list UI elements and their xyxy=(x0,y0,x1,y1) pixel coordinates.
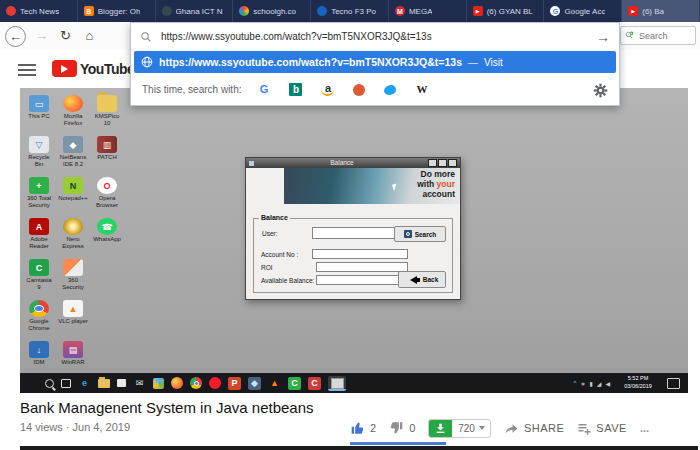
powerpoint-icon[interactable]: P xyxy=(228,377,241,390)
browser-search-bar[interactable] xyxy=(620,26,696,45)
network-icon[interactable]: ◢ xyxy=(597,380,602,387)
url-input[interactable] xyxy=(159,30,589,43)
window-title: Balance xyxy=(256,160,428,167)
twitter-icon[interactable] xyxy=(384,85,396,95)
amazon-icon[interactable]: a xyxy=(321,83,334,96)
patch-archive-icon[interactable]: ▥PATCH xyxy=(92,136,122,161)
vlc-icon[interactable]: ▲ xyxy=(268,377,281,390)
edge-icon[interactable]: e xyxy=(78,377,91,390)
share-icon xyxy=(504,422,519,435)
banner-image: Do more with your account xyxy=(284,168,460,204)
notepadpp-icon: N xyxy=(63,177,83,194)
active-app-button[interactable] xyxy=(328,376,346,391)
back-button-app[interactable]: Back xyxy=(398,271,446,288)
roi-input[interactable] xyxy=(316,262,408,272)
adobe-reader-icon[interactable]: AAdobe Reader xyxy=(24,218,54,249)
close-button[interactable] xyxy=(448,159,457,167)
available-balance-input[interactable] xyxy=(316,275,406,285)
this-pc-icon[interactable]: ▭This PC xyxy=(24,95,54,120)
opera-icon[interactable] xyxy=(209,377,221,389)
duckduckgo-icon[interactable] xyxy=(353,84,365,96)
youtube-favicon: ▶ xyxy=(473,6,483,16)
whatsapp-icon[interactable]: ☎WhatsApp xyxy=(92,218,122,243)
camtasia-icon[interactable]: C xyxy=(288,377,301,390)
wikipedia-icon[interactable]: W xyxy=(415,83,428,96)
browser-tab[interactable]: MMEGA xyxy=(389,0,467,22)
search-button-icon xyxy=(404,230,412,238)
notepadpp-icon[interactable]: NNotepad++ xyxy=(58,177,88,202)
account-no-input[interactable] xyxy=(312,249,408,259)
nero-disc-icon xyxy=(63,218,83,235)
360-total-security-icon[interactable]: +360 Total Security xyxy=(24,177,54,208)
browser-tab[interactable]: Tech News xyxy=(0,0,78,22)
like-button[interactable]: 2 xyxy=(350,421,376,435)
chrome-icon[interactable] xyxy=(190,377,202,389)
browser-tab[interactable]: Tecno F3 Po xyxy=(311,0,389,22)
recycle-bin-icon[interactable]: ▽Recycle Bin xyxy=(24,136,54,167)
vlc-icon[interactable]: ▲VLC player xyxy=(58,300,88,325)
download-button[interactable]: 720 xyxy=(428,419,491,438)
search-button[interactable]: Search xyxy=(394,226,446,242)
task-view-button[interactable] xyxy=(61,379,71,388)
tab-title: Tecno F3 Po xyxy=(331,7,376,16)
home-button[interactable]: ⌂ xyxy=(80,26,99,45)
file-explorer-icon[interactable] xyxy=(98,379,110,388)
browser-tab[interactable]: Ghana ICT N xyxy=(156,0,234,22)
dislike-button[interactable]: 0 xyxy=(389,421,415,435)
action-center-icon[interactable] xyxy=(667,378,680,389)
browser-tab[interactable]: GGoogle Acc xyxy=(544,0,622,22)
settings-gear-icon[interactable] xyxy=(593,83,608,98)
recorder-icon[interactable]: C xyxy=(308,377,321,390)
browser-search-input[interactable] xyxy=(637,30,691,42)
firefox-icon[interactable] xyxy=(171,377,183,389)
netbeans-icon[interactable]: ◆ xyxy=(248,377,261,390)
battery-icon[interactable]: ▮ xyxy=(589,380,592,387)
share-button[interactable]: SHARE xyxy=(504,422,564,435)
hidden-icons-chevron[interactable]: ^ xyxy=(574,380,577,386)
browser-tab[interactable]: BBlogger: Oh xyxy=(78,0,156,22)
opera-icon: O xyxy=(97,177,117,194)
reload-button[interactable]: ↻ xyxy=(56,26,75,45)
camtasia-icon[interactable]: CCamtasia 9 xyxy=(24,259,54,290)
photos-icon[interactable] xyxy=(153,378,164,389)
bluetooth-icon[interactable]: ∗ xyxy=(580,380,585,387)
store-icon[interactable] xyxy=(117,379,126,387)
winrar-icon[interactable]: ▤WinRAR xyxy=(58,341,88,366)
chrome-icon[interactable]: Google Chrome xyxy=(24,300,54,331)
360-shield-icon[interactable]: 360 Security xyxy=(58,259,88,290)
video-player[interactable]: ▭This PC▽Recycle Bin+360 Total SecurityA… xyxy=(20,88,688,393)
start-button[interactable] xyxy=(25,377,38,390)
urlbar[interactable]: → xyxy=(131,23,619,50)
forward-button[interactable]: → xyxy=(32,26,51,45)
taskbar-search-button[interactable] xyxy=(45,379,54,388)
menu-icon[interactable] xyxy=(18,64,36,79)
nero-disc-icon[interactable]: Nero Express xyxy=(58,218,88,249)
more-actions-button[interactable]: ... xyxy=(640,422,649,434)
netbeans-icon[interactable]: ◆NetBeans IDE 8.2 xyxy=(58,136,88,167)
desktop-icon-label: Mozilla Firefox xyxy=(58,113,88,126)
google-icon[interactable]: G xyxy=(257,83,270,96)
minimize-button[interactable] xyxy=(428,159,437,167)
firefox-icon[interactable]: Mozilla Firefox xyxy=(58,95,88,126)
browser-tab[interactable]: schoolgh.co xyxy=(233,0,311,22)
go-arrow-icon[interactable]: → xyxy=(596,29,610,45)
back-button[interactable]: ← xyxy=(5,26,26,47)
browser-tab[interactable]: ▶(6) GYAN BL xyxy=(467,0,545,22)
mail-icon[interactable]: ✉ xyxy=(133,377,146,390)
desktop-icon-label: VLC player xyxy=(58,318,88,325)
opera-icon[interactable]: OOpera Browser xyxy=(92,177,122,208)
suggestion-visit-label: Visit xyxy=(484,57,503,68)
kmspico-folder-icon[interactable]: KMSPico 10 xyxy=(92,95,122,126)
save-button[interactable]: SAVE xyxy=(577,422,627,435)
maximize-button[interactable] xyxy=(438,159,447,167)
url-suggestion[interactable]: https://www.ssyoutube.com/watch?v=bmT5NX… xyxy=(134,51,616,73)
bing-icon[interactable]: b xyxy=(289,83,302,96)
taskbar-clock[interactable]: 5:52 PM 03/06/2019 xyxy=(614,375,662,390)
desktop-icon-label: This PC xyxy=(24,113,54,120)
balance-window: Balance Do more with your account Balanc… xyxy=(245,157,461,300)
volume-icon[interactable]: ◀ xyxy=(605,380,610,387)
browser-tab[interactable]: ▶(6) Ba xyxy=(622,0,700,22)
tab-title: Google Acc xyxy=(564,7,605,16)
idm-icon[interactable]: ↓IDM xyxy=(24,341,54,366)
mouse-cursor-icon xyxy=(392,183,399,191)
